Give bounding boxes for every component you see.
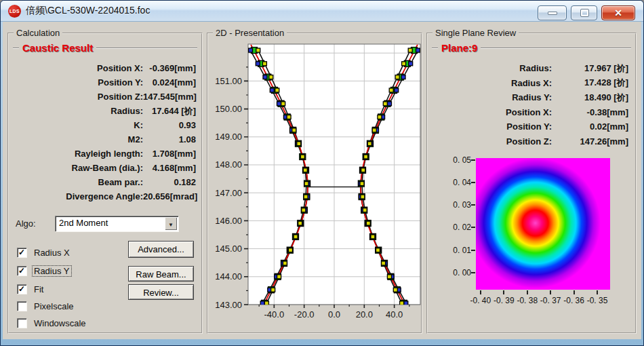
- checkbox-checked-icon[interactable]: ✓: [17, 266, 26, 275]
- algo-dropdown-button[interactable]: ▼: [165, 217, 177, 230]
- checkbox-windowscale[interactable]: Windowscale: [17, 317, 87, 329]
- row-value: 1.08: [143, 134, 196, 145]
- checkbox-pixelscale[interactable]: Pixelscale: [17, 300, 75, 312]
- beam-x-tick: [573, 290, 575, 294]
- caustic-plot[interactable]: 143.00144.00145.00146.00147.00148.00149.…: [208, 34, 421, 332]
- result-row: Beam par.:0.182: [14, 175, 196, 189]
- advanced-button[interactable]: Advanced...: [128, 241, 194, 258]
- beam-x-tick: [503, 290, 504, 294]
- row-label: Position Y:: [14, 77, 143, 88]
- raw-beam-button[interactable]: Raw Beam...: [128, 266, 194, 282]
- result-row: Radius:17.644 [祄]: [14, 104, 196, 118]
- presentation-panel: 2D - Presentation 143.00144.00145.00146.…: [207, 33, 422, 334]
- result-row: Position X:-0.369[mm]: [14, 61, 196, 75]
- row-label: Raw-Beam (dia.):: [14, 163, 143, 173]
- beam-x-tick-label: -0. 37: [540, 296, 561, 305]
- row-value: 0.182: [143, 177, 196, 187]
- plane-header: Plane:9: [432, 42, 631, 54]
- restore-icon: [581, 9, 588, 16]
- title-bar[interactable]: LDS 倍频\GCL-530W-2204015.foc ✕: [1, 1, 643, 22]
- beam-profile-image: [476, 158, 610, 290]
- window-content: Calculation Caustic Result Position X:-0…: [3, 22, 641, 339]
- row-value: 20.656[mrad]: [143, 191, 197, 201]
- restore-button[interactable]: [571, 5, 597, 20]
- svg-text:144.00: 144.00: [215, 271, 242, 282]
- row-label: Position Z:: [433, 136, 552, 147]
- caustic-result-title: Caustic Result: [22, 42, 93, 54]
- row-value: 0.93: [143, 120, 196, 130]
- result-row: Divergence Angle:20.656[mrad]: [14, 189, 196, 204]
- svg-text:151.00: 151.00: [215, 76, 242, 86]
- result-row: Radius:17.967 [祄]: [433, 61, 628, 76]
- app-icon: LDS: [8, 5, 21, 18]
- beam-x-tick-label: -0. 39: [494, 296, 515, 305]
- caustic-result-values: Position X:-0.369[mm] Position Y:0.024[m…: [14, 61, 196, 204]
- result-row: Position X:-0.38[mm]: [433, 105, 628, 120]
- checkbox-unchecked-icon[interactable]: [17, 301, 26, 311]
- header-dash: [432, 47, 438, 49]
- beam-y-tick-label: 0. 00: [428, 268, 471, 277]
- svg-text:-20.0: -20.0: [294, 309, 315, 320]
- close-button[interactable]: ✕: [601, 5, 635, 20]
- row-value: 1.708[mm]: [143, 149, 196, 159]
- review-button[interactable]: Review...: [128, 284, 194, 300]
- row-label: Beam par.:: [14, 177, 143, 187]
- result-row: Radius Y:18.490 [祄]: [433, 90, 628, 105]
- row-label: Position X:: [433, 107, 552, 117]
- chevron-down-icon: ▼: [168, 222, 174, 228]
- beam-y-tick: [471, 159, 475, 161]
- svg-text:146.00: 146.00: [215, 216, 242, 226]
- row-value: 17.967 [祄]: [552, 62, 628, 75]
- row-value: 147.545[mm]: [143, 92, 197, 102]
- row-value: -0.369[mm]: [143, 63, 196, 73]
- row-label: Divergence Angle:: [14, 191, 143, 201]
- row-label: Radius Y:: [433, 92, 552, 102]
- beam-y-tick: [471, 272, 475, 273]
- beam-y-tick: [471, 227, 475, 228]
- row-label: Radius:: [433, 63, 552, 73]
- beam-y-tick: [471, 250, 475, 251]
- checkbox-fit[interactable]: ✓Fit: [17, 283, 45, 295]
- row-label: Radius:: [14, 106, 143, 116]
- beam-x-tick: [527, 290, 528, 294]
- minimize-button[interactable]: [538, 5, 567, 20]
- row-label: Rayleigh length:: [14, 149, 143, 159]
- row-label: M2:: [14, 134, 143, 145]
- algo-label: Algo:: [16, 218, 36, 229]
- single-plane-review-panel: Single Plane Review Plane:9 Radius:17.96…: [426, 33, 637, 334]
- row-label: Radius X:: [433, 78, 552, 88]
- checkbox-checked-icon[interactable]: ✓: [17, 248, 26, 257]
- app-window: LDS 倍频\GCL-530W-2204015.foc ✕ Calculatio…: [0, 0, 644, 346]
- plane-title: Plane:9: [441, 42, 477, 54]
- svg-text:149.00: 149.00: [215, 132, 242, 142]
- beam-y-tick-label: 0. 03: [428, 200, 471, 210]
- beam-y-tick-label: 0. 04: [428, 178, 471, 187]
- beam-y-tick-label: 0. 02: [428, 223, 471, 232]
- result-row: Rayleigh length:1.708[mm]: [14, 147, 196, 161]
- result-row: Position Y:0.024[mm]: [14, 75, 196, 90]
- svg-text:20.0: 20.0: [356, 309, 373, 320]
- calculation-panel-label: Calculation: [14, 28, 62, 38]
- algo-dropdown[interactable]: 2nd Moment ▼: [55, 216, 178, 231]
- checkbox-label: Windowscale: [33, 318, 87, 328]
- row-value: 4.168[mm]: [143, 163, 196, 173]
- checkbox-label: Pixelscale: [33, 301, 75, 311]
- checkbox-radius-y[interactable]: ✓Radius Y: [17, 265, 71, 277]
- svg-text:-40.0: -40.0: [264, 309, 285, 320]
- close-icon: ✕: [602, 7, 635, 18]
- row-value: 17.644 [祄]: [143, 105, 196, 117]
- result-row: M2:1.08: [14, 132, 196, 147]
- row-label: Position Y:: [433, 121, 552, 132]
- checkbox-checked-icon[interactable]: ✓: [17, 284, 26, 294]
- svg-text:147.00: 147.00: [215, 188, 242, 198]
- svg-text:0.0: 0.0: [328, 309, 340, 320]
- beam-x-tick-label: -0. 40: [470, 296, 491, 305]
- svg-text:148.00: 148.00: [215, 159, 242, 170]
- beam-y-tick: [471, 182, 475, 183]
- checkbox-unchecked-icon[interactable]: [17, 318, 26, 328]
- beam-x-tick: [480, 290, 481, 294]
- checkbox-radius-x[interactable]: ✓Radius X: [17, 246, 71, 258]
- caustic-result-header: Caustic Result: [13, 42, 197, 54]
- header-line: [481, 47, 631, 49]
- beam-y-tick-label: 0. 05: [428, 155, 471, 165]
